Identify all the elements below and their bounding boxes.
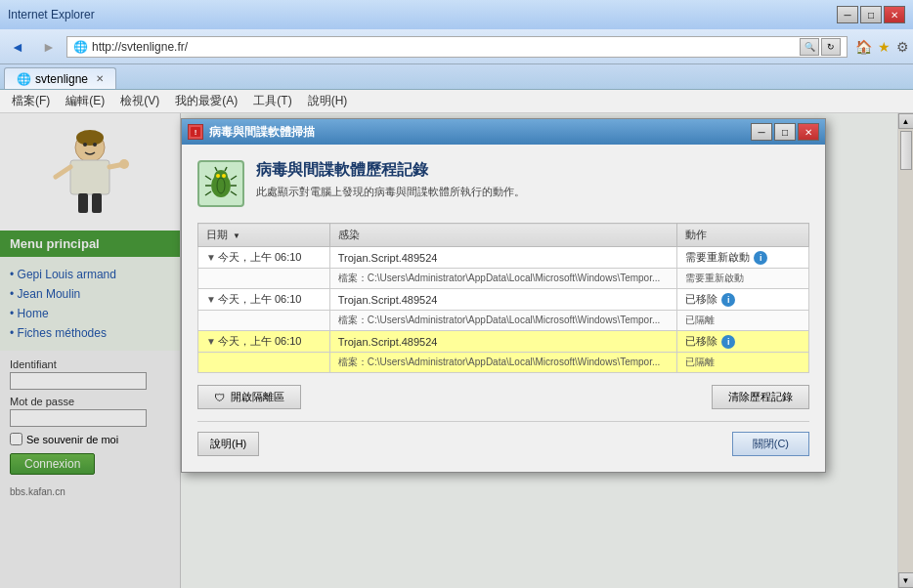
infection-cell: Trojan.Script.489524 (329, 247, 676, 269)
scan-results-table: 日期 ▼ 感染 動作 ▼今天，上午 06:10Trojan.Script.489… (197, 223, 809, 373)
svg-text:!: ! (195, 128, 197, 137)
dialog-subtitle: 此處顯示對電腦上發現的病毒與間諜軟體所執行的動作。 (256, 185, 525, 199)
date-cell: ▼今天，上午 06:10 (198, 247, 330, 269)
date-cell (198, 269, 330, 289)
address-bar: 🌐 🔍 ↻ (66, 36, 848, 58)
info-icon[interactable]: i (754, 251, 767, 265)
tab-svtenligne[interactable]: 🌐 svtenligne ✕ (4, 67, 116, 89)
menu-favorites[interactable]: 我的最愛(A) (167, 91, 245, 111)
favorites-button[interactable]: ★ (878, 39, 891, 55)
open-quarantine-button[interactable]: 🛡 開啟隔離區 (197, 385, 301, 409)
help-button[interactable]: 說明(H) (197, 432, 259, 456)
website-content: Menu principal Gepi Louis armand Jean Mo… (0, 113, 897, 588)
close-dialog-button[interactable]: 關閉(C) (732, 432, 809, 456)
dialog-header: 病毒與間諜軟體歷程記錄 此處顯示對電腦上發現的病毒與間諜軟體所執行的動作。 (197, 160, 809, 207)
dialog-header-icon-area (197, 160, 244, 207)
dialog-titlebar: ! 病毒與間諜軟體掃描 ─ □ ✕ (182, 119, 825, 145)
infection-cell: Trojan.Script.489524 (329, 289, 676, 311)
action-cell: 已隔離 (677, 311, 809, 331)
svg-point-15 (222, 174, 226, 178)
website-inner: Menu principal Gepi Louis armand Jean Mo… (0, 113, 897, 588)
title-bar: Internet Explorer ─ □ ✕ (0, 0, 913, 29)
date-cell (198, 311, 330, 331)
date-column-header: 日期 ▼ (198, 224, 330, 247)
forward-button[interactable]: ► (35, 34, 63, 60)
dialog-minimize-button[interactable]: ─ (751, 123, 772, 141)
menu-file[interactable]: 檔案(F) (4, 91, 58, 111)
scroll-track[interactable] (898, 129, 913, 572)
quarantine-icon: 🛡 (214, 392, 225, 403)
dialog-close-x-button[interactable]: ✕ (798, 123, 819, 141)
dialog-title-icon: ! (188, 124, 203, 140)
bug-svg (203, 166, 239, 201)
dialog-window-controls: ─ □ ✕ (751, 123, 819, 141)
dialog-body: 病毒與間諜軟體歷程記錄 此處顯示對電腦上發現的病毒與間諜軟體所執行的動作。 日期 (182, 145, 825, 472)
maximize-button[interactable]: □ (860, 6, 882, 23)
table-row: ▼今天，上午 06:10Trojan.Script.489524已移除i (198, 289, 809, 311)
address-actions: 🔍 ↻ (800, 38, 841, 56)
tab-bar: 🌐 svtenligne ✕ (0, 64, 913, 90)
bug-icon (197, 160, 244, 207)
antivirus-dialog: ! 病毒與間諜軟體掃描 ─ □ ✕ (181, 118, 826, 473)
info-icon[interactable]: i (721, 335, 735, 349)
menu-edit[interactable]: 編輯(E) (58, 91, 112, 111)
table-row: 檔案：C:\Users\Administrator\AppData\Local\… (198, 311, 809, 331)
menu-help[interactable]: 說明(H) (300, 91, 356, 111)
infection-cell: Trojan.Script.489524 (329, 331, 676, 353)
action-column-header: 動作 (677, 224, 809, 247)
svg-line-19 (231, 176, 237, 180)
scroll-thumb[interactable] (900, 131, 912, 170)
action-cell: 已移除i (677, 331, 809, 353)
infection-cell: 檔案：C:\Users\Administrator\AppData\Local\… (329, 353, 676, 373)
svg-line-22 (215, 167, 217, 171)
dialog-maximize-button[interactable]: □ (774, 123, 796, 141)
svg-point-14 (216, 174, 220, 178)
address-input[interactable] (92, 40, 796, 54)
infection-cell: 檔案：C:\Users\Administrator\AppData\Local\… (329, 311, 676, 331)
scroll-up-arrow[interactable]: ▲ (898, 113, 914, 129)
menu-view[interactable]: 檢視(V) (112, 91, 167, 111)
close-button[interactable]: ✕ (884, 6, 905, 23)
browser-title: Internet Explorer (8, 8, 95, 21)
search-go-button[interactable]: 🔍 (800, 38, 819, 56)
table-row: ▼今天，上午 06:10Trojan.Script.489524已移除i (198, 331, 809, 353)
dialog-bottom-bar: 說明(H) 關閉(C) (197, 421, 809, 456)
date-cell (198, 353, 330, 373)
menu-tools[interactable]: 工具(T) (245, 91, 299, 111)
svg-line-16 (205, 176, 211, 180)
minimize-button[interactable]: ─ (837, 6, 858, 23)
svg-line-18 (205, 191, 211, 195)
dialog-main-title: 病毒與間諜軟體歷程記錄 (256, 160, 525, 181)
settings-button[interactable]: ⚙ (896, 39, 909, 55)
table-row: 檔案：C:\Users\Administrator\AppData\Local\… (198, 269, 809, 289)
table-row: ▼今天，上午 06:10Trojan.Script.489524需要重新啟動i (198, 247, 809, 269)
browser-window: Internet Explorer ─ □ ✕ ◄ ► 🌐 🔍 ↻ 🏠 ★ ⚙ … (0, 0, 913, 588)
date-cell: ▼今天，上午 06:10 (198, 289, 330, 311)
back-button[interactable]: ◄ (4, 34, 31, 60)
tab-close-button[interactable]: ✕ (96, 73, 104, 84)
menu-bar: 檔案(F) 編輯(E) 檢視(V) 我的最愛(A) 工具(T) 說明(H) (0, 90, 913, 113)
infection-column-header: 感染 (329, 224, 676, 247)
info-icon[interactable]: i (721, 293, 735, 307)
infection-cell: 檔案：C:\Users\Administrator\AppData\Local\… (329, 269, 676, 289)
clear-history-button[interactable]: 清除歷程記錄 (712, 385, 809, 409)
right-nav-buttons: 🏠 ★ ⚙ (851, 39, 909, 55)
scrollbar: ▲ ▼ (897, 113, 913, 588)
page-favicon: 🌐 (73, 40, 88, 54)
svg-point-13 (214, 170, 228, 184)
tab-favicon: 🌐 (17, 72, 31, 86)
dialog-overlay: ! 病毒與間諜軟體掃描 ─ □ ✕ (0, 113, 897, 588)
open-quarantine-label: 開啟隔離區 (231, 390, 284, 404)
scroll-down-arrow[interactable]: ▼ (898, 572, 914, 588)
date-sort-arrow: ▼ (233, 231, 240, 240)
date-cell: ▼今天，上午 06:10 (198, 331, 330, 353)
main-area: Menu principal Gepi Louis armand Jean Mo… (0, 113, 913, 588)
svg-line-23 (225, 167, 227, 171)
refresh-button[interactable]: ↻ (821, 38, 841, 56)
home-button[interactable]: 🏠 (855, 39, 872, 55)
action-cell: 已移除i (677, 289, 809, 311)
table-row: 檔案：C:\Users\Administrator\AppData\Local\… (198, 353, 809, 373)
action-cell: 需要重新啟動 (677, 269, 809, 289)
dialog-title-text: 病毒與間諜軟體掃描 (209, 124, 745, 141)
dialog-footer-buttons: 🛡 開啟隔離區 清除歷程記錄 (197, 385, 809, 409)
